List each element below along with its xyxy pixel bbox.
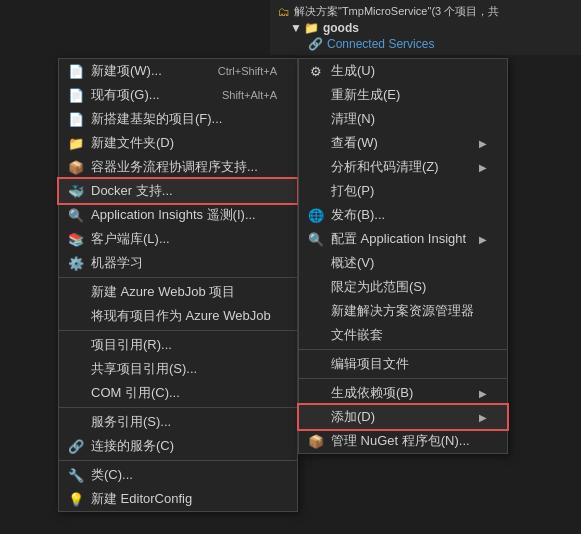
- rebuild-label: 重新生成(E): [331, 86, 487, 104]
- new-item-icon: 📄: [67, 64, 85, 79]
- menu-item-add-scaffold[interactable]: 📄 新搭建基架的项目(F)...: [59, 107, 297, 131]
- menu-item-right-configure-insights[interactable]: 🔍 配置 Application Insight ▶: [299, 227, 507, 251]
- container-label: 容器业务流程协调程序支持...: [91, 158, 277, 176]
- analyze-arrow: ▶: [479, 162, 487, 173]
- clean-label: 清理(N): [331, 110, 487, 128]
- file-nesting-label: 文件嵌套: [331, 326, 487, 344]
- insights-icon: 🔍: [67, 208, 85, 223]
- overview-label: 概述(V): [331, 254, 487, 272]
- menu-item-machine-learning[interactable]: ⚙️ 机器学习: [59, 251, 297, 275]
- package-label: 打包(P): [331, 182, 487, 200]
- separator-right-1: [299, 349, 507, 350]
- new-azure-webjob-label: 新建 Azure WebJob 项目: [91, 283, 277, 301]
- configure-insights-label: 配置 Application Insight: [331, 230, 471, 248]
- project-reference-label: 项目引用(R)...: [91, 336, 277, 354]
- menu-item-right-overview[interactable]: 概述(V): [299, 251, 507, 275]
- editorconfig-label: 新建 EditorConfig: [91, 490, 277, 508]
- edit-project-file-label: 编辑项目文件: [331, 355, 487, 373]
- menu-item-right-file-nesting[interactable]: 文件嵌套: [299, 323, 507, 347]
- goods-icon: 📁: [304, 21, 319, 35]
- client-library-label: 客户端库(L)...: [91, 230, 277, 248]
- separator-right-2: [299, 378, 507, 379]
- build-icon: ⚙: [307, 64, 325, 79]
- menu-item-right-add-d[interactable]: 添加(D) ▶: [299, 405, 507, 429]
- scaffold-icon: 📄: [67, 112, 85, 127]
- menu-item-right-generate-dependencies[interactable]: 生成依赖项(B) ▶: [299, 381, 507, 405]
- menu-item-right-new-solution-explorer[interactable]: 新建解决方案资源管理器: [299, 299, 507, 323]
- menu-item-container-workflow[interactable]: 📦 容器业务流程协调程序支持...: [59, 155, 297, 179]
- manage-nuget-label: 管理 NuGet 程序包(N)...: [331, 432, 487, 450]
- class-label: 类(C)...: [91, 466, 277, 484]
- menu-item-class[interactable]: 🔧 类(C)...: [59, 463, 297, 487]
- configure-insights-icon: 🔍: [307, 232, 325, 247]
- tree-solution-line: 🗂 解决方案"TmpMicroService"(3 个项目，共: [278, 3, 573, 20]
- menu-item-right-build[interactable]: ⚙ 生成(U): [299, 59, 507, 83]
- menu-item-new-item[interactable]: 📄 新建项(W)... Ctrl+Shift+A: [59, 59, 297, 83]
- scope-label: 限定为此范围(S): [331, 278, 487, 296]
- existing-item-icon: 📄: [67, 88, 85, 103]
- menu-item-right-package[interactable]: 打包(P): [299, 179, 507, 203]
- menu-item-right-edit-project-file[interactable]: 编辑项目文件: [299, 352, 507, 376]
- scaffold-label: 新搭建基架的项目(F)...: [91, 110, 277, 128]
- set-azure-webjob-label: 将现有项目作为 Azure WebJob: [91, 307, 277, 325]
- folder-icon: 📁: [67, 136, 85, 151]
- menu-item-app-insights[interactable]: 🔍 Application Insights 遥测(I)...: [59, 203, 297, 227]
- menu-item-docker[interactable]: 🐳 Docker 支持...: [59, 179, 297, 203]
- separator-1: [59, 277, 297, 278]
- machine-learning-label: 机器学习: [91, 254, 277, 272]
- connected-services-menu-icon: 🔗: [67, 439, 85, 454]
- solution-text: 解决方案"TmpMicroService"(3 个项目，共: [294, 4, 499, 19]
- menu-item-connected-services[interactable]: 🔗 连接的服务(C): [59, 434, 297, 458]
- separator-3: [59, 407, 297, 408]
- separator-2: [59, 330, 297, 331]
- menu-item-service-reference[interactable]: 服务引用(S)...: [59, 410, 297, 434]
- menu-item-client-library[interactable]: 📚 客户端库(L)...: [59, 227, 297, 251]
- insights-label: Application Insights 遥测(I)...: [91, 206, 277, 224]
- generate-dependencies-arrow: ▶: [479, 388, 487, 399]
- machine-learning-icon: ⚙️: [67, 256, 85, 271]
- menu-item-shared-project-reference[interactable]: 共享项目引用(S)...: [59, 357, 297, 381]
- menu-item-new-editorconfig[interactable]: 💡 新建 EditorConfig: [59, 487, 297, 511]
- menu-item-right-manage-nuget[interactable]: 📦 管理 NuGet 程序包(N)...: [299, 429, 507, 453]
- existing-item-shortcut: Shift+Alt+A: [222, 89, 277, 101]
- new-solution-explorer-label: 新建解决方案资源管理器: [331, 302, 487, 320]
- menu-item-project-reference[interactable]: 项目引用(R)...: [59, 333, 297, 357]
- context-menu-right: ⚙ 生成(U) 重新生成(E) 清理(N) 查看(W) ▶ 分析和代码清理(Z)…: [298, 58, 508, 454]
- shared-project-reference-label: 共享项目引用(S)...: [91, 360, 277, 378]
- manage-nuget-icon: 📦: [307, 434, 325, 449]
- menu-item-new-azure-webjob[interactable]: 新建 Azure WebJob 项目: [59, 280, 297, 304]
- menu-item-right-analyze[interactable]: 分析和代码清理(Z) ▶: [299, 155, 507, 179]
- tree-connected-services-line: 🔗 Connected Services: [278, 36, 573, 52]
- context-menu-left: 📄 新建项(W)... Ctrl+Shift+A 📄 现有项(G)... Shi…: [58, 58, 298, 512]
- view-arrow: ▶: [479, 138, 487, 149]
- add-d-arrow: ▶: [479, 412, 487, 423]
- container-icon: 📦: [67, 160, 85, 175]
- publish-icon: 🌐: [307, 208, 325, 223]
- menu-item-right-clean[interactable]: 清理(N): [299, 107, 507, 131]
- menu-item-existing-item[interactable]: 📄 现有项(G)... Shift+Alt+A: [59, 83, 297, 107]
- add-d-label: 添加(D): [331, 408, 471, 426]
- existing-item-label: 现有项(G)...: [91, 86, 206, 104]
- menu-item-right-scope[interactable]: 限定为此范围(S): [299, 275, 507, 299]
- connected-services-menu-label: 连接的服务(C): [91, 437, 277, 455]
- connected-services-icon: 🔗: [308, 37, 323, 51]
- docker-icon: 🐳: [67, 184, 85, 199]
- solution-icon: 🗂: [278, 5, 290, 19]
- menu-item-new-folder[interactable]: 📁 新建文件夹(D): [59, 131, 297, 155]
- menu-item-right-rebuild[interactable]: 重新生成(E): [299, 83, 507, 107]
- configure-insights-arrow: ▶: [479, 234, 487, 245]
- menu-item-right-publish[interactable]: 🌐 发布(B)...: [299, 203, 507, 227]
- tree-indent: ▼: [290, 21, 302, 35]
- menu-item-set-azure-webjob[interactable]: 将现有项目作为 Azure WebJob: [59, 304, 297, 328]
- publish-label: 发布(B)...: [331, 206, 487, 224]
- connected-services-text: Connected Services: [327, 37, 434, 51]
- goods-text: goods: [323, 21, 359, 35]
- build-label: 生成(U): [331, 62, 487, 80]
- new-item-shortcut: Ctrl+Shift+A: [218, 65, 277, 77]
- folder-label: 新建文件夹(D): [91, 134, 277, 152]
- com-reference-label: COM 引用(C)...: [91, 384, 277, 402]
- menu-item-right-view[interactable]: 查看(W) ▶: [299, 131, 507, 155]
- menu-item-com-reference[interactable]: COM 引用(C)...: [59, 381, 297, 405]
- separator-4: [59, 460, 297, 461]
- view-label: 查看(W): [331, 134, 471, 152]
